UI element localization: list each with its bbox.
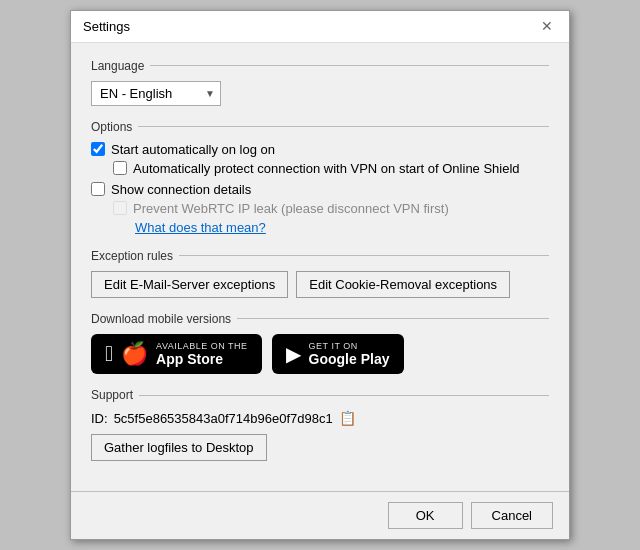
language-section: Language EN - EnglishDE - DeutschFR - Fr… [91, 59, 549, 106]
webrtc-checkbox [113, 201, 127, 215]
google-play-icon: ▶ [286, 342, 301, 366]
app-store-large: App Store [156, 351, 248, 368]
edit-email-button[interactable]: Edit E-Mail-Server exceptions [91, 271, 288, 298]
vpn-auto-row: Automatically protect connection with VP… [113, 161, 549, 176]
language-label: Language [91, 59, 549, 73]
dialog-footer: OK Cancel [71, 491, 569, 539]
show-connection-checkbox[interactable] [91, 182, 105, 196]
support-section: Support ID: 5c5f5e86535843a0f714b96e0f7d… [91, 388, 549, 461]
language-select[interactable]: EN - EnglishDE - DeutschFR - FrançaisES … [91, 81, 221, 106]
apple-logo-icon: 🍎 [121, 341, 148, 367]
google-play-badge[interactable]: ▶ GET IT ON Google Play [272, 334, 404, 375]
webrtc-link-wrapper: What does that mean? [91, 220, 549, 235]
app-store-small: Available on the [156, 341, 248, 351]
google-play-large: Google Play [309, 351, 390, 368]
dialog-content: Language EN - EnglishDE - DeutschFR - Fr… [71, 43, 569, 492]
options-label: Options [91, 120, 549, 134]
webrtc-row: Prevent WebRTC IP leak (please disconnec… [113, 201, 549, 216]
title-bar: Settings ✕ [71, 11, 569, 43]
start-auto-label: Start automatically on log on [111, 142, 275, 157]
start-auto-checkbox[interactable] [91, 142, 105, 156]
app-store-text: Available on the App Store [156, 341, 248, 368]
show-connection-row: Show connection details [91, 182, 549, 197]
webrtc-link[interactable]: What does that mean? [135, 220, 266, 235]
exception-rules-label: Exception rules [91, 249, 549, 263]
vpn-auto-label: Automatically protect connection with VP… [133, 161, 520, 176]
app-store-badge[interactable]:  🍎 Available on the App Store [91, 334, 262, 375]
support-label: Support [91, 388, 549, 402]
start-auto-row: Start automatically on log on [91, 142, 549, 157]
copy-icon[interactable]: 📋 [339, 410, 356, 426]
exception-rules-section: Exception rules Edit E-Mail-Server excep… [91, 249, 549, 298]
download-section: Download mobile versions  🍎 Available o… [91, 312, 549, 375]
apple-icon:  [105, 341, 113, 367]
close-button[interactable]: ✕ [537, 16, 557, 36]
download-label: Download mobile versions [91, 312, 549, 326]
settings-dialog: Settings ✕ Language EN - EnglishDE - Deu… [70, 10, 570, 541]
cancel-button[interactable]: Cancel [471, 502, 553, 529]
vpn-auto-checkbox[interactable] [113, 161, 127, 175]
support-id-value: 5c5f5e86535843a0f714b96e0f7d98c1 [114, 411, 333, 426]
support-id-prefix: ID: [91, 411, 108, 426]
gather-logfiles-button[interactable]: Gather logfiles to Desktop [91, 434, 267, 461]
options-section: Options Start automatically on log on Au… [91, 120, 549, 235]
google-play-small: GET IT ON [309, 341, 390, 351]
show-connection-label: Show connection details [111, 182, 251, 197]
language-select-wrapper: EN - EnglishDE - DeutschFR - FrançaisES … [91, 81, 221, 106]
google-play-text: GET IT ON Google Play [309, 341, 390, 368]
support-id-row: ID: 5c5f5e86535843a0f714b96e0f7d98c1 📋 [91, 410, 549, 426]
ok-button[interactable]: OK [388, 502, 463, 529]
edit-cookie-button[interactable]: Edit Cookie-Removal exceptions [296, 271, 510, 298]
webrtc-label: Prevent WebRTC IP leak (please disconnec… [133, 201, 449, 216]
exception-buttons: Edit E-Mail-Server exceptions Edit Cooki… [91, 271, 549, 298]
store-badges:  🍎 Available on the App Store ▶ GET IT … [91, 334, 549, 375]
dialog-title: Settings [83, 19, 130, 34]
